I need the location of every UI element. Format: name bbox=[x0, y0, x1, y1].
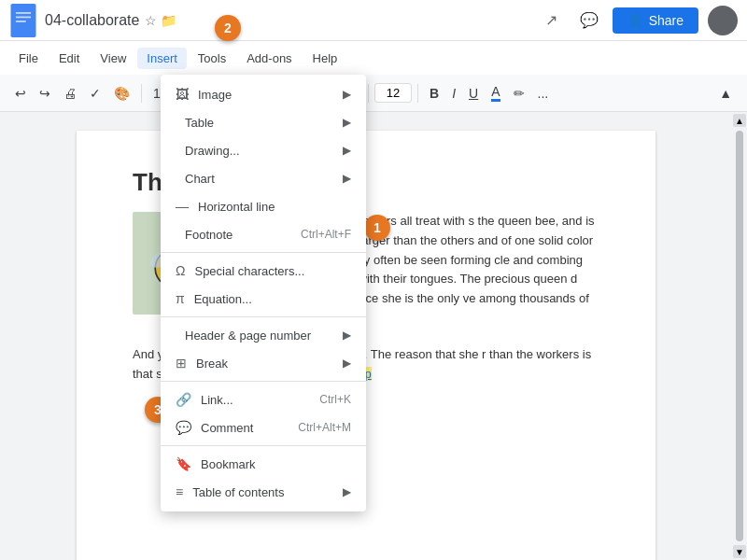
dd-item-hline[interactable]: —Horizontal line bbox=[161, 192, 366, 220]
dd-item-header[interactable]: Header & page number ▶ bbox=[161, 321, 366, 349]
dd-separator-3 bbox=[161, 381, 366, 382]
dd-item-break[interactable]: ⊞Break ▶ bbox=[161, 349, 366, 377]
undo-button[interactable]: ↩ bbox=[9, 82, 32, 105]
dd-item-comment[interactable]: 💬Comment Ctrl+Alt+M bbox=[161, 413, 366, 441]
dd-item-image[interactable]: 🖼Image ▶ bbox=[161, 80, 366, 108]
dd-item-equation[interactable]: πEquation... bbox=[161, 285, 366, 313]
comments-icon[interactable]: 💬 bbox=[575, 7, 603, 35]
arrow-icon-2: ▶ bbox=[343, 116, 351, 129]
scroll-up-button[interactable]: ▲ bbox=[733, 114, 746, 127]
arrow-icon-7: ▶ bbox=[343, 485, 351, 498]
menu-edit[interactable]: Edit bbox=[49, 48, 89, 69]
top-bar: 04-collaborate ☆ 📁 ↗ 💬 👤 Share bbox=[0, 0, 747, 41]
dd-separator-2 bbox=[161, 316, 366, 317]
activity-icon[interactable]: ↗ bbox=[538, 7, 566, 35]
dd-item-drawing[interactable]: Drawing... ▶ bbox=[161, 136, 366, 164]
dd-separator-4 bbox=[161, 445, 366, 446]
comment-icon: 💬 bbox=[176, 420, 191, 435]
font-size-input[interactable] bbox=[374, 83, 412, 103]
dd-item-link[interactable]: 🔗Link... Ctrl+K bbox=[161, 385, 366, 413]
dd-separator-1 bbox=[161, 252, 366, 253]
link-icon: 🔗 bbox=[176, 392, 191, 407]
arrow-icon-6: ▶ bbox=[343, 357, 351, 370]
step-badge-2: 2 bbox=[215, 15, 241, 41]
image-dd-icon: 🖼 bbox=[176, 87, 189, 102]
bookmark-icon: 🔖 bbox=[176, 456, 191, 471]
dd-item-table[interactable]: Table ▶ bbox=[161, 108, 366, 136]
comment-shortcut: Ctrl+Alt+M bbox=[298, 421, 351, 434]
star-icon[interactable]: ☆ bbox=[145, 13, 157, 28]
dd-item-special-chars[interactable]: ΩSpecial characters... bbox=[161, 257, 366, 285]
document-area: The Q s one bee whom the others all trea… bbox=[0, 112, 732, 560]
share-button[interactable]: 👤 Share bbox=[613, 7, 698, 34]
highlight-button[interactable]: ✏ bbox=[508, 82, 530, 105]
separator-5 bbox=[417, 84, 418, 103]
menu-bar: File Edit View Insert Tools Add-ons Help bbox=[0, 41, 747, 75]
separator-4 bbox=[368, 84, 369, 103]
scroll-down-button[interactable]: ▼ bbox=[733, 545, 746, 558]
menu-tools[interactable]: Tools bbox=[189, 48, 235, 69]
avatar[interactable] bbox=[708, 6, 738, 35]
underline-button[interactable]: U bbox=[463, 82, 484, 105]
folder-icon[interactable]: 📁 bbox=[161, 13, 176, 28]
dd-item-chart[interactable]: Chart ▶ bbox=[161, 164, 366, 192]
menu-insert[interactable]: Insert bbox=[137, 48, 187, 69]
menu-file[interactable]: File bbox=[9, 48, 48, 69]
svg-rect-2 bbox=[16, 16, 31, 18]
menu-view[interactable]: View bbox=[91, 48, 135, 69]
arrow-icon-4: ▶ bbox=[343, 172, 351, 185]
equation-icon: π bbox=[176, 291, 185, 306]
menu-addons[interactable]: Add-ons bbox=[237, 48, 301, 69]
text-color-button[interactable]: A bbox=[486, 80, 505, 105]
redo-button[interactable]: ↪ bbox=[34, 82, 56, 105]
separator-1 bbox=[141, 84, 142, 103]
main-area: The Q s one bee whom the others all trea… bbox=[0, 112, 747, 560]
print-button[interactable]: 🖨 bbox=[58, 82, 82, 105]
document-title: 04-collaborate bbox=[45, 12, 139, 29]
collapse-button[interactable]: ▲ bbox=[713, 82, 738, 105]
bold-button[interactable]: B bbox=[424, 82, 444, 105]
dd-item-toc[interactable]: ≡Table of contents ▶ bbox=[161, 478, 366, 506]
menu-help[interactable]: Help bbox=[303, 48, 347, 69]
insert-dropdown: 🖼Image ▶ Table ▶ Drawing... ▶ Chart ▶ —H… bbox=[161, 75, 366, 511]
step-badge-1: 1 bbox=[364, 215, 390, 241]
toolbar: ↩ ↪ 🖨 ✓ 🎨 100% ▾ Normal text ▾ Arial ▾ B… bbox=[0, 75, 747, 112]
paint-format-button[interactable]: 🎨 bbox=[108, 82, 135, 105]
toc-icon: ≡ bbox=[176, 484, 183, 499]
svg-rect-1 bbox=[16, 12, 31, 14]
break-icon: ⊞ bbox=[176, 356, 187, 371]
link-shortcut: Ctrl+K bbox=[319, 393, 351, 406]
dd-item-bookmark[interactable]: 🔖Bookmark bbox=[161, 450, 366, 478]
dd-item-footnote[interactable]: Footnote Ctrl+Alt+F bbox=[161, 220, 366, 248]
italic-button[interactable]: I bbox=[446, 82, 461, 105]
special-chars-icon: Ω bbox=[176, 263, 185, 278]
top-right-actions: ↗ 💬 👤 Share bbox=[538, 6, 738, 35]
hline-dd-icon: — bbox=[176, 199, 189, 214]
scroll-thumb[interactable] bbox=[736, 131, 743, 541]
svg-rect-3 bbox=[16, 21, 26, 22]
spellcheck-button[interactable]: ✓ bbox=[84, 82, 106, 105]
arrow-icon-3: ▶ bbox=[343, 144, 351, 157]
arrow-icon: ▶ bbox=[343, 88, 351, 101]
footnote-shortcut: Ctrl+Alt+F bbox=[301, 228, 351, 241]
share-icon: 👤 bbox=[627, 13, 643, 28]
more-button[interactable]: ... bbox=[532, 82, 555, 105]
arrow-icon-5: ▶ bbox=[343, 329, 351, 342]
right-scrollbar[interactable]: ▲ ▼ bbox=[732, 112, 747, 560]
docs-icon bbox=[9, 4, 37, 37]
